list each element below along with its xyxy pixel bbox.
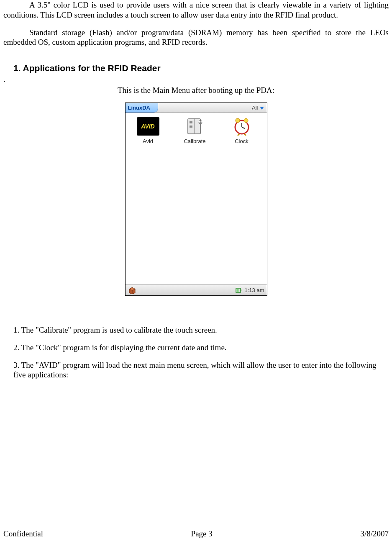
list-item-2: 2. The "Clock" program is for displaying… <box>13 343 384 353</box>
numbered-list: 1. The "Calibrate" program is used to ca… <box>13 325 384 380</box>
pda-title-tab[interactable]: LinuxDA <box>126 103 158 113</box>
svg-point-9 <box>236 118 240 123</box>
pda-app-grid: AVID Avid Calibrate <box>126 113 267 285</box>
footer-right: 3/8/2007 <box>360 529 389 538</box>
calibrate-icon <box>184 117 206 136</box>
list-item-3: 3. The "AVID" program will load the next… <box>13 360 384 380</box>
pda-title-text: LinuxDA <box>128 105 150 111</box>
paragraph-storage: Standard storage (Flash) and/or program/… <box>3 28 389 48</box>
app-avid[interactable]: AVID Avid <box>127 117 169 144</box>
page-footer: Confidential Page 3 3/8/2007 <box>3 529 389 538</box>
chevron-down-icon <box>259 106 264 110</box>
pda-titlebar: LinuxDA All <box>126 103 267 113</box>
svg-rect-20 <box>236 289 238 292</box>
taskbar-time: 1:13 am <box>245 287 264 293</box>
pda-filter-label: All <box>252 105 258 111</box>
clock-icon <box>231 117 253 136</box>
paragraph-lcd: A 3.5" color LCD is used to provide user… <box>3 0 389 20</box>
battery-icon[interactable] <box>235 287 243 294</box>
svg-point-10 <box>244 118 248 123</box>
figure-caption: This is the Main Menu after booting up t… <box>3 86 389 95</box>
stray-dot: . <box>3 75 389 84</box>
svg-rect-2 <box>194 119 195 134</box>
pda-taskbar: 1:13 am <box>126 285 267 295</box>
section-heading: 1. Applications for the RFID Reader <box>13 63 389 73</box>
app-calibrate-label: Calibrate <box>174 138 216 144</box>
app-calibrate[interactable]: Calibrate <box>174 117 216 144</box>
svg-marker-0 <box>260 107 264 110</box>
avid-icon: AVID <box>137 117 159 136</box>
app-avid-label: Avid <box>127 138 169 144</box>
svg-rect-19 <box>241 290 241 291</box>
svg-line-13 <box>238 134 239 136</box>
svg-rect-7 <box>190 126 192 128</box>
pda-filter-dropdown[interactable]: All <box>249 103 266 113</box>
svg-line-14 <box>244 134 246 136</box>
footer-center: Page 3 <box>191 529 213 538</box>
svg-rect-6 <box>190 121 192 123</box>
package-icon[interactable] <box>128 287 136 294</box>
pda-screenshot: LinuxDA All AVID Avid <box>125 103 267 296</box>
app-clock-label: Clock <box>221 138 263 144</box>
app-clock[interactable]: Clock <box>221 117 263 144</box>
list-item-1: 1. The "Calibrate" program is used to ca… <box>13 325 384 335</box>
footer-left: Confidential <box>3 529 43 538</box>
